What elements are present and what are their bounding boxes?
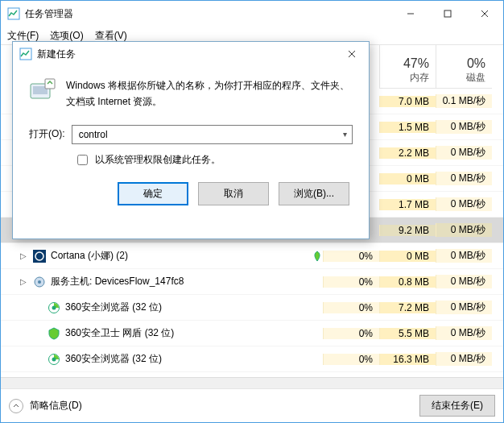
ok-button[interactable]: 确定 bbox=[118, 182, 188, 205]
mem-cell: 0 MB bbox=[379, 251, 436, 262]
open-input[interactable] bbox=[77, 128, 337, 141]
leaf-icon bbox=[312, 328, 323, 339]
app-icon bbox=[7, 7, 20, 20]
end-task-button[interactable]: 结束任务(E) bbox=[419, 395, 495, 417]
col-disk[interactable]: 0% 磁盘 bbox=[436, 45, 492, 88]
leaf-icon bbox=[312, 354, 323, 365]
minimize-button[interactable] bbox=[392, 1, 429, 27]
process-name: 服务主机: DevicesFlow_147fc8 bbox=[51, 275, 184, 288]
disk-cell: 0 MB/秒 bbox=[436, 326, 492, 340]
mem-cell: 0 MB bbox=[379, 173, 436, 185]
maximize-button[interactable] bbox=[429, 1, 466, 27]
disk-cell: 0 MB/秒 bbox=[436, 197, 492, 211]
column-headers: 47% 内存 0% 磁盘 bbox=[379, 45, 492, 89]
process-name: 360安全浏览器 (32 位) bbox=[65, 301, 162, 314]
process-icon bbox=[33, 250, 46, 263]
menu-options[interactable]: 选项(O) bbox=[50, 29, 83, 43]
disk-cell: 0 MB/秒 bbox=[436, 249, 492, 263]
open-combobox[interactable]: ▾ bbox=[72, 125, 353, 144]
process-icon bbox=[48, 301, 60, 314]
table-row[interactable]: 360安全卫士 网盾 (32 位)0%5.5 MB0 MB/秒 bbox=[1, 321, 503, 346]
brief-info-label[interactable]: 简略信息(D) bbox=[30, 399, 82, 413]
disk-cell: 0.1 MB/秒 bbox=[436, 94, 492, 108]
cpu-cell: 0% bbox=[323, 328, 379, 339]
leaf-icon bbox=[312, 302, 323, 313]
disk-cell: 0 MB/秒 bbox=[436, 172, 492, 185]
open-label: 打开(O): bbox=[29, 127, 65, 141]
horizontal-scrollbar[interactable] bbox=[1, 377, 503, 388]
titlebar[interactable]: 任务管理器 bbox=[1, 1, 503, 27]
dialog-title: 新建任务 bbox=[37, 48, 335, 61]
close-button[interactable] bbox=[466, 1, 503, 27]
mem-cell: 1.5 MB bbox=[379, 122, 436, 133]
task-manager-window: 任务管理器 文件(F) 选项(O) 查看(V) 47% 内存 0% 磁盘 7.0… bbox=[0, 0, 504, 423]
dialog-titlebar[interactable]: 新建任务 bbox=[13, 42, 369, 66]
mem-cell: 9.2 MB bbox=[379, 225, 436, 236]
disk-cell: 0 MB/秒 bbox=[436, 275, 492, 288]
process-name: 360安全卫士 网盾 (32 位) bbox=[65, 326, 174, 340]
disk-cell: 0 MB/秒 bbox=[436, 223, 492, 237]
admin-check-label: 以系统管理权限创建此任务。 bbox=[95, 153, 221, 167]
mem-cell: 2.2 MB bbox=[379, 147, 436, 159]
cpu-cell: 0% bbox=[323, 354, 379, 365]
chevron-down-icon[interactable]: ▾ bbox=[337, 130, 352, 139]
cpu-cell: 0% bbox=[323, 276, 379, 288]
expand-toggle[interactable]: ▷ bbox=[19, 277, 28, 286]
disk-cell: 0 MB/秒 bbox=[436, 120, 492, 134]
process-name: 360安全浏览器 (32 位) bbox=[65, 352, 162, 366]
leaf-icon bbox=[312, 276, 323, 288]
browse-button[interactable]: 浏览(B)... bbox=[279, 182, 349, 205]
mem-cell: 5.5 MB bbox=[379, 328, 436, 339]
svg-point-12 bbox=[52, 357, 56, 361]
dialog-close-button[interactable] bbox=[335, 42, 369, 66]
col-mem[interactable]: 47% 内存 bbox=[379, 45, 436, 88]
cancel-button[interactable]: 取消 bbox=[198, 182, 269, 205]
menu-view[interactable]: 查看(V) bbox=[95, 29, 127, 43]
table-row[interactable]: 360安全浏览器 (32 位)0%7.2 MB0 MB/秒 bbox=[1, 295, 503, 321]
mem-cell: 7.0 MB bbox=[379, 96, 436, 107]
process-name: Cortana (小娜) (2) bbox=[51, 249, 128, 263]
dialog-icon bbox=[19, 48, 32, 60]
menu-file[interactable]: 文件(F) bbox=[7, 29, 39, 43]
mem-cell: 0.8 MB bbox=[379, 276, 436, 288]
window-title: 任务管理器 bbox=[25, 7, 392, 21]
dialog-message: Windows 将根据你所键入的名称，为你打开相应的程序、文件夹、文档或 Int… bbox=[66, 77, 353, 110]
table-row[interactable]: ▷服务主机: DevicesFlow_147fc80%0.8 MB0 MB/秒 bbox=[1, 269, 503, 295]
cpu-cell: 0% bbox=[323, 302, 379, 313]
admin-checkbox[interactable] bbox=[77, 155, 88, 165]
disk-cell: 0 MB/秒 bbox=[436, 146, 492, 160]
window-controls bbox=[392, 1, 503, 27]
run-dialog: 新建任务 Windows 将根据你所键入的名称，为你打开相应的程序、文件夹、文档… bbox=[12, 41, 370, 239]
table-row[interactable]: ▷Cortana (小娜) (2)0%0 MB0 MB/秒 bbox=[1, 243, 503, 269]
leaf-icon bbox=[312, 251, 323, 262]
mem-cell: 16.3 MB bbox=[379, 354, 436, 365]
statusbar: 简略信息(D) 结束任务(E) bbox=[1, 388, 503, 422]
expand-toggle[interactable]: ▷ bbox=[19, 251, 28, 260]
cpu-cell: 0% bbox=[323, 251, 379, 262]
process-icon bbox=[48, 327, 60, 340]
svg-point-10 bbox=[52, 305, 56, 309]
svg-point-8 bbox=[38, 280, 41, 284]
table-row[interactable]: 360安全浏览器 (32 位)0%16.3 MB0 MB/秒 bbox=[1, 346, 503, 372]
run-icon bbox=[29, 77, 56, 110]
mem-cell: 7.2 MB bbox=[379, 302, 436, 313]
fewer-details-button[interactable] bbox=[9, 399, 23, 413]
mem-cell: 1.7 MB bbox=[379, 199, 436, 210]
svg-rect-2 bbox=[444, 10, 451, 17]
svg-rect-18 bbox=[45, 79, 55, 89]
disk-cell: 0 MB/秒 bbox=[436, 352, 492, 366]
process-icon bbox=[48, 353, 60, 366]
process-icon bbox=[33, 276, 46, 288]
disk-cell: 0 MB/秒 bbox=[436, 301, 492, 314]
